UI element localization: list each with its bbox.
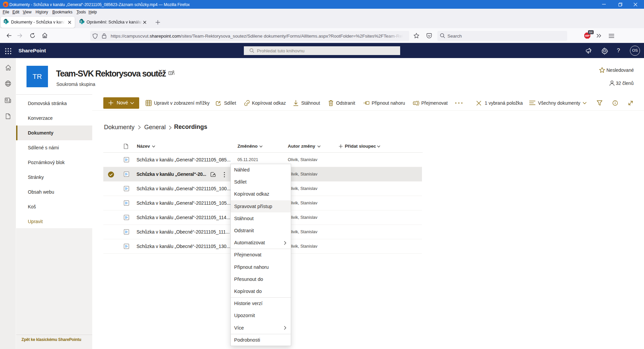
svg-text:S: S	[4, 20, 6, 23]
svg-text:S: S	[80, 20, 82, 23]
svg-text:T: T	[170, 72, 171, 75]
svg-text:ABP: ABP	[585, 35, 590, 37]
